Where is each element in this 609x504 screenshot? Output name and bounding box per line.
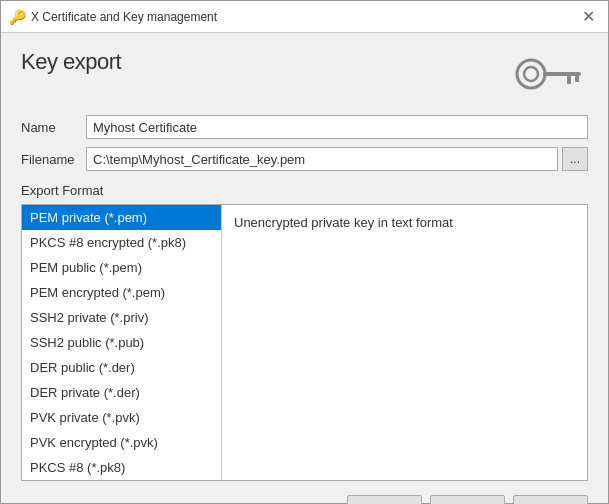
content-area: Key export Name Filename ... <box>1 33 608 504</box>
svg-point-0 <box>517 60 545 88</box>
name-row: Name <box>21 115 588 139</box>
header-row: Key export <box>21 49 588 99</box>
filename-label: Filename <box>21 152 86 167</box>
format-item-pvk-private[interactable]: PVK private (*.pvk) <box>22 405 221 430</box>
title-bar-left: 🔑 X Certificate and Key management <box>9 9 217 25</box>
key-icon-area <box>508 49 588 99</box>
format-item-ssh2-private[interactable]: SSH2 private (*.priv) <box>22 305 221 330</box>
export-format-area: PEM private (*.pem)PKCS #8 encrypted (*.… <box>21 204 588 481</box>
format-item-pem-private[interactable]: PEM private (*.pem) <box>22 205 221 230</box>
filename-row: Filename ... <box>21 147 588 171</box>
app-icon: 🔑 <box>9 9 25 25</box>
format-item-ssh2-public[interactable]: SSH2 public (*.pub) <box>22 330 221 355</box>
format-list: PEM private (*.pem)PKCS #8 encrypted (*.… <box>22 205 222 480</box>
format-item-pvk-encrypted[interactable]: PVK encrypted (*.pvk) <box>22 430 221 455</box>
format-item-pem-public[interactable]: PEM public (*.pem) <box>22 255 221 280</box>
title-bar: 🔑 X Certificate and Key management ✕ <box>1 1 608 33</box>
main-window: 🔑 X Certificate and Key management ✕ Key… <box>0 0 609 504</box>
browse-button[interactable]: ... <box>562 147 588 171</box>
ok-button[interactable]: OK <box>347 495 422 504</box>
page-title: Key export <box>21 49 121 75</box>
format-description-text: Unencrypted private key in text format <box>234 215 453 230</box>
format-item-pkcs8-encrypted[interactable]: PKCS #8 encrypted (*.pk8) <box>22 230 221 255</box>
format-item-pem-encrypted[interactable]: PEM encrypted (*.pem) <box>22 280 221 305</box>
export-format-label: Export Format <box>21 183 588 198</box>
close-button[interactable]: ✕ <box>576 5 600 29</box>
svg-rect-2 <box>543 72 581 76</box>
bottom-row: OK Cancel Help <box>21 481 588 504</box>
title-bar-text: X Certificate and Key management <box>31 10 217 24</box>
svg-point-1 <box>524 67 538 81</box>
format-item-pkcs8[interactable]: PKCS #8 (*.pk8) <box>22 455 221 480</box>
key-icon-svg <box>513 54 588 94</box>
format-item-der-private[interactable]: DER private (*.der) <box>22 380 221 405</box>
svg-rect-4 <box>575 76 579 82</box>
format-item-der-public[interactable]: DER public (*.der) <box>22 355 221 380</box>
name-label: Name <box>21 120 86 135</box>
filename-input[interactable] <box>86 147 558 171</box>
name-input[interactable] <box>86 115 588 139</box>
help-button[interactable]: Help <box>513 495 588 504</box>
svg-rect-3 <box>567 76 571 84</box>
format-description: Unencrypted private key in text format <box>222 205 587 480</box>
cancel-button[interactable]: Cancel <box>430 495 505 504</box>
